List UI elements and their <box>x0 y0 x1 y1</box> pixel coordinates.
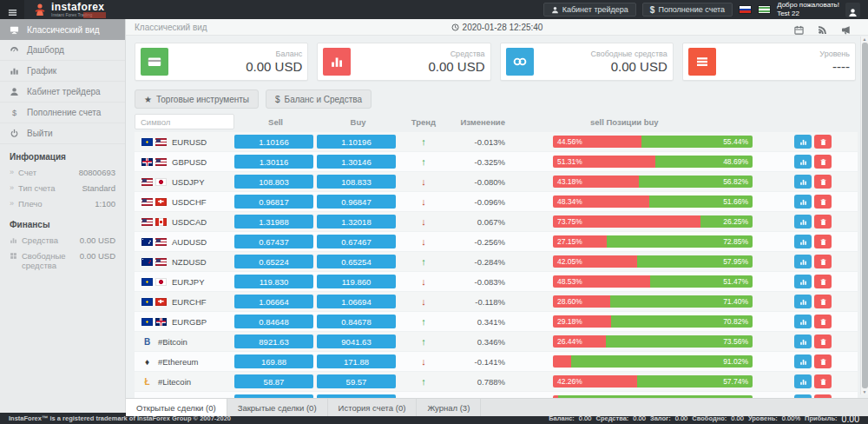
buy-button[interactable]: 1.10196 <box>317 135 396 149</box>
buy-button[interactable]: 1.30146 <box>317 155 396 169</box>
info-row: »Тип счетаStandard <box>0 181 125 196</box>
open-chart-button[interactable] <box>794 175 812 189</box>
remove-symbol-button[interactable] <box>814 374 832 388</box>
remove-symbol-button[interactable] <box>814 175 832 189</box>
symbol-cell: EURGBP <box>141 317 234 327</box>
open-chart-button[interactable] <box>794 315 812 328</box>
flag-au-icon <box>141 238 153 246</box>
sell-button[interactable]: 1.31988 <box>234 215 313 229</box>
open-chart-button[interactable] <box>794 215 812 229</box>
buy-positions-segment: 72.85% <box>607 235 753 248</box>
crypto-icon: ♦ <box>141 357 153 367</box>
flag-russia-icon[interactable] <box>739 5 752 14</box>
positions-bar: 73.75%26.25% <box>553 215 753 228</box>
balance-funds-label: Баланс и Средства <box>285 95 363 104</box>
sidebar-item-кабинет-трейдера[interactable]: Кабинет трейдера <box>0 82 125 103</box>
remove-symbol-button[interactable] <box>814 295 832 308</box>
scroll-down-arrow-icon[interactable]: ▼ <box>863 389 867 394</box>
sidebar-item-дашборд[interactable]: Дашборд <box>0 40 125 61</box>
info-row: »Счет80800693 <box>0 165 125 181</box>
info-label: Плечо <box>18 199 43 209</box>
rss-icon[interactable] <box>818 23 827 32</box>
positions-cell: 26.44%73.56% <box>510 335 794 348</box>
remove-symbol-button[interactable] <box>814 155 832 169</box>
sidebar-item-выйти[interactable]: Выйти <box>0 123 125 144</box>
open-chart-button[interactable] <box>794 135 812 149</box>
buy-button[interactable]: 0.65254 <box>317 255 396 268</box>
sell-button[interactable]: 0.67437 <box>234 235 313 248</box>
sell-button[interactable]: 58.87 <box>234 374 313 388</box>
remove-symbol-button[interactable] <box>814 255 832 268</box>
sell-positions-segment: 27.15% <box>553 235 607 248</box>
buy-button[interactable]: 59.57 <box>317 374 396 388</box>
sell-button[interactable]: 1.10166 <box>234 135 313 149</box>
buy-button[interactable]: 0.67467 <box>317 235 396 248</box>
sell-button[interactable]: 108.803 <box>234 175 313 189</box>
menu-button[interactable] <box>0 0 24 19</box>
sidebar-item-пополнение-счета[interactable]: $Пополнение счета <box>0 103 125 123</box>
remove-symbol-button[interactable] <box>814 315 832 328</box>
open-chart-button[interactable] <box>794 155 812 169</box>
sell-button[interactable]: 1.06664 <box>234 295 313 308</box>
trader-cabinet-button[interactable]: Кабинет трейдера <box>543 3 636 17</box>
sidebar-item-label: Классический вид <box>27 25 100 35</box>
tab-история[interactable]: История счета (0) <box>328 399 418 416</box>
open-chart-button[interactable] <box>794 335 812 348</box>
buy-cell: 0.67467 <box>317 235 399 248</box>
remove-symbol-button[interactable] <box>814 135 832 149</box>
flag-eu-icon <box>141 278 153 286</box>
open-chart-button[interactable] <box>794 374 812 388</box>
trend-down-icon: ↓ <box>399 276 448 287</box>
open-chart-button[interactable] <box>794 354 812 368</box>
open-chart-button[interactable] <box>794 195 812 209</box>
open-chart-button[interactable] <box>794 235 812 248</box>
remove-symbol-button[interactable] <box>814 354 832 368</box>
sell-button[interactable]: 1.30116 <box>234 155 313 169</box>
avatar[interactable] <box>845 3 860 17</box>
megaphone-icon[interactable] <box>841 23 851 32</box>
positions-cell: 43.18%56.82% <box>510 176 794 188</box>
sell-button[interactable]: 119.830 <box>234 275 313 288</box>
buy-button[interactable]: 108.833 <box>317 175 396 189</box>
buy-cell: 0.65254 <box>317 255 399 268</box>
symbol-filter-input[interactable] <box>135 114 234 129</box>
buy-button[interactable]: 9041.63 <box>317 335 396 348</box>
sell-button[interactable]: 0.96817 <box>234 195 313 209</box>
tab-закрытые[interactable]: Закрытые сделки (0) <box>227 399 328 416</box>
card-body: Свободные средства0.00 USD <box>591 50 667 74</box>
remove-symbol-button[interactable] <box>814 275 832 288</box>
tab-открытые[interactable]: Открытые сделки (0) <box>126 399 227 416</box>
deposit-button[interactable]: $ Пополнение счета <box>642 3 733 17</box>
buy-button[interactable]: 1.06694 <box>317 295 396 308</box>
sidebar-item-классический-вид[interactable]: Классический вид <box>0 19 125 40</box>
calendar-icon[interactable] <box>794 23 804 32</box>
trading-instruments-button[interactable]: ★ Торговые инструменты <box>135 89 259 109</box>
open-chart-button[interactable] <box>794 295 812 308</box>
sell-button[interactable]: 0.65224 <box>234 255 313 268</box>
vertical-scrollbar[interactable]: ▲ ▼ <box>860 36 868 394</box>
flag-us-icon <box>141 218 153 226</box>
remove-symbol-button[interactable] <box>814 335 832 348</box>
buy-button[interactable]: 0.84678 <box>317 315 396 328</box>
balance-funds-button[interactable]: $ Баланс и Средства <box>266 89 372 109</box>
remove-symbol-button[interactable] <box>814 215 832 229</box>
tab-журнал[interactable]: Журнал (3) <box>417 399 481 416</box>
scrollbar-thumb[interactable] <box>862 43 868 388</box>
sell-button[interactable]: 0.84648 <box>234 315 313 328</box>
buy-button[interactable]: 0.96847 <box>317 195 396 209</box>
open-chart-button[interactable] <box>794 255 812 268</box>
flag-green-icon[interactable] <box>758 5 771 14</box>
buy-button[interactable]: 171.88 <box>317 354 396 368</box>
logo[interactable]: instaforex Instant Forex Trading <box>33 2 104 17</box>
scroll-up-arrow-icon[interactable]: ▲ <box>863 36 867 42</box>
buy-button[interactable]: 1.32018 <box>317 215 396 229</box>
sell-button[interactable]: 169.88 <box>234 354 313 368</box>
open-chart-button[interactable] <box>794 275 812 288</box>
sidebar-item-график[interactable]: График <box>0 61 125 82</box>
buy-button[interactable]: 119.860 <box>317 275 396 288</box>
remove-symbol-button[interactable] <box>814 235 832 248</box>
info-value: 1:100 <box>95 199 115 209</box>
sell-button[interactable]: 8921.63 <box>234 335 313 348</box>
table-row: USDCAD1.319881.32018↓0.067%73.75%26.25% <box>135 212 858 231</box>
remove-symbol-button[interactable] <box>814 195 832 209</box>
